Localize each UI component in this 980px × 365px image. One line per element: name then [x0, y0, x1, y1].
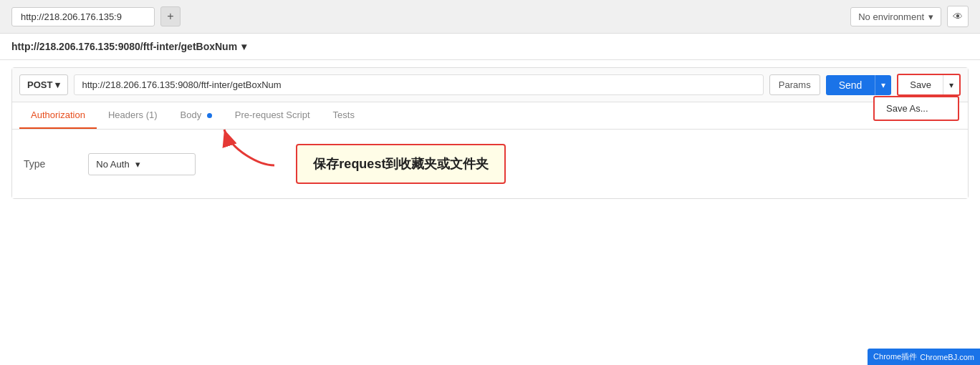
eye-button[interactable]: 👁: [947, 6, 969, 27]
tooltip-text: 保存request到收藏夹或文件夹: [313, 157, 489, 171]
save-button[interactable]: Save: [898, 75, 943, 94]
annotation-container: 保存request到收藏夹或文件夹: [239, 144, 956, 184]
auth-type-select[interactable]: No Auth ▾: [88, 153, 196, 175]
url-display: http://218.206.176.135:9080/ftf-inter/ge…: [11, 41, 969, 52]
tab-pre-request-label: Pre-request Script: [235, 110, 310, 120]
url-text: http://218.206.176.135:9080/ftf-inter/ge…: [11, 41, 237, 52]
env-dropdown-label: No environment: [858, 11, 924, 22]
tab-tests[interactable]: Tests: [322, 102, 366, 129]
method-label: POST: [27, 79, 52, 90]
save-dropdown: Save As...: [873, 96, 959, 121]
url-bar: http://218.206.176.135:9080/ftf-inter/ge…: [0, 34, 980, 60]
request-panel: POST ▾ Params Send ▾ Save ▾ Save As... A…: [11, 67, 969, 199]
request-url-input[interactable]: [74, 74, 763, 95]
tabs-row: Authorization Headers (1) Body Pre-reque…: [12, 102, 968, 130]
method-button[interactable]: POST ▾: [19, 74, 68, 95]
tooltip-box: 保存request到收藏夹或文件夹: [296, 144, 506, 184]
tab-headers-label: Headers (1): [108, 110, 158, 120]
type-label: Type: [24, 158, 45, 170]
url-chevron-icon: ▾: [241, 41, 246, 52]
save-btn-group: Save ▾ Save As...: [897, 74, 961, 96]
chrome-badge-line2: ChromeBJ.com: [920, 353, 974, 361]
url-tab[interactable]: http://218.206.176.135:9: [11, 7, 155, 26]
request-top-row: POST ▾ Params Send ▾ Save ▾ Save As...: [12, 68, 968, 102]
eye-icon: 👁: [953, 11, 963, 22]
environment-dropdown[interactable]: No environment ▾: [850, 7, 941, 26]
tab-body-label: Body: [181, 110, 202, 120]
save-as-item[interactable]: Save As...: [875, 97, 958, 120]
top-bar: http://218.206.176.135:9 + No environmen…: [0, 0, 980, 34]
method-chevron-icon: ▾: [55, 79, 60, 90]
params-button[interactable]: Params: [769, 74, 820, 95]
body-dot-indicator: [207, 113, 212, 118]
tab-body[interactable]: Body: [169, 102, 224, 129]
auth-type-value: No Auth: [96, 159, 129, 170]
red-arrow-icon: [217, 122, 282, 172]
tab-headers[interactable]: Headers (1): [97, 102, 169, 129]
send-btn-group: Send ▾: [826, 75, 892, 95]
save-chevron-button[interactable]: ▾: [943, 75, 959, 94]
send-button[interactable]: Send: [826, 75, 875, 95]
add-tab-button[interactable]: +: [160, 6, 181, 26]
chrome-badge: Chrome插件 ChromeBJ.com: [868, 349, 980, 365]
chrome-badge-line1: Chrome插件: [873, 351, 917, 362]
env-chevron-icon: ▾: [928, 11, 933, 22]
tab-authorization-label: Authorization: [31, 110, 85, 120]
auth-type-chevron-icon: ▾: [135, 159, 140, 170]
tab-authorization[interactable]: Authorization: [19, 102, 97, 129]
app-container: http://218.206.176.135:9 + No environmen…: [0, 0, 980, 365]
send-chevron-button[interactable]: ▾: [875, 75, 891, 95]
top-bar-right: No environment ▾ 👁: [850, 6, 969, 27]
top-bar-left: http://218.206.176.135:9 +: [11, 6, 181, 26]
auth-section: Type No Auth ▾ 保存request到收藏夹或文件夹: [12, 130, 968, 198]
tab-tests-label: Tests: [333, 110, 355, 120]
